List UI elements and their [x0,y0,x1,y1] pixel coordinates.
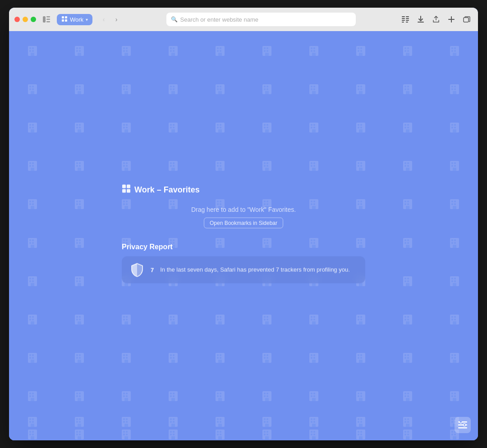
svg-rect-600 [311,395,312,397]
svg-rect-462 [170,319,172,320]
pattern-cell [197,377,244,415]
pattern-cell [197,31,244,69]
svg-rect-571 [79,395,81,397]
tab-dropdown-arrow[interactable]: ▾ [86,17,88,22]
svg-rect-270 [76,203,78,205]
open-bookmarks-button[interactable]: Open Bookmarks in Sidebar [204,218,283,229]
active-tab[interactable]: Work ▾ [57,14,92,25]
shield-container [130,263,144,277]
download-icon[interactable] [415,14,427,25]
pattern-cell [56,377,103,415]
fullscreen-button[interactable] [31,17,36,22]
svg-rect-199 [454,127,456,128]
drop-text: Drag here to add to "Work" Favorites. [122,206,365,213]
svg-rect-708 [217,434,219,435]
svg-rect-174 [264,127,266,128]
svg-rect-64 [358,47,359,49]
svg-rect-0 [43,16,46,23]
pattern-cell [290,108,337,146]
pattern-cell [431,223,478,261]
pattern-cell [197,69,244,108]
svg-rect-197 [454,124,456,126]
svg-rect-46 [217,47,219,49]
pattern-cell [9,108,56,146]
svg-rect-523 [173,357,175,359]
pattern-cell [337,108,384,146]
svg-rect-607 [360,395,362,397]
close-button[interactable] [14,17,20,22]
pattern-cell [9,146,56,185]
svg-rect-102 [170,88,172,90]
svg-rect-575 [126,393,128,394]
tabs-icon[interactable] [461,14,473,25]
svg-rect-73 [407,50,409,52]
svg-rect-122 [312,91,316,94]
privacy-title: Privacy Report [122,243,365,251]
reader-icon[interactable] [400,14,411,25]
svg-rect-378 [451,242,453,244]
svg-rect-88 [76,86,78,87]
svg-rect-155 [126,124,128,126]
svg-rect-94 [123,86,125,87]
svg-rect-232 [264,162,266,164]
svg-rect-512 [78,360,81,363]
pattern-cell [244,108,290,146]
svg-rect-716 [265,436,269,439]
svg-rect-442 [29,316,31,318]
sidebar-toggle-button[interactable] [41,14,51,24]
svg-rect-55 [266,50,268,52]
back-button[interactable]: ‹ [98,14,110,25]
svg-rect-696 [123,434,125,435]
svg-rect-70 [404,47,406,49]
pattern-cell [290,31,337,69]
svg-rect-456 [123,319,125,320]
svg-rect-50 [218,53,222,56]
svg-rect-744 [127,189,130,193]
browser-window: Work ▾ ‹ › 🔍 Search or enter website nam… [9,8,478,440]
svg-rect-475 [266,319,268,320]
pattern-cell [9,261,56,300]
svg-rect-222 [170,165,172,167]
svg-rect-580 [170,393,172,394]
svg-rect-738 [451,434,453,435]
svg-rect-720 [311,434,312,435]
main-content: Work – Favorites Drag here to add to "Wo… [122,184,365,283]
svg-rect-391 [79,280,81,282]
svg-rect-95 [126,86,128,87]
pattern-cell [103,338,150,377]
new-tab-icon[interactable] [446,14,457,25]
svg-rect-113 [266,86,268,87]
svg-rect-702 [170,434,172,435]
svg-rect-739 [454,434,456,435]
svg-rect-457 [126,319,128,320]
svg-rect-148 [76,124,78,126]
svg-rect-587 [220,393,221,394]
pattern-cell [103,415,150,428]
svg-rect-272 [78,206,81,209]
svg-point-748 [460,421,462,423]
svg-rect-13 [406,18,409,19]
svg-rect-566 [31,398,34,401]
minimize-button[interactable] [23,17,28,22]
favorites-section: Work – Favorites Drag here to add to "Wo… [122,184,365,232]
svg-rect-502 [29,354,31,356]
svg-rect-233 [266,162,268,164]
svg-rect-667 [360,421,362,423]
svg-rect-371 [407,239,409,241]
pattern-cell [197,300,244,338]
svg-rect-416 [265,283,269,286]
svg-rect-683 [32,431,34,433]
forward-button[interactable]: › [110,14,122,25]
svg-rect-521 [173,354,175,356]
svg-rect-542 [312,360,316,363]
svg-rect-612 [404,395,406,397]
address-bar[interactable]: 🔍 Search or enter website name [166,13,356,26]
svg-rect-209 [79,162,81,164]
customize-button[interactable] [455,417,471,433]
svg-rect-229 [220,165,221,167]
svg-rect-97 [126,88,128,90]
pattern-cell [197,338,244,377]
share-icon[interactable] [430,14,442,25]
pattern-cell [244,428,290,440]
privacy-card[interactable]: 7 In the last seven days, Safari has pre… [122,256,365,283]
